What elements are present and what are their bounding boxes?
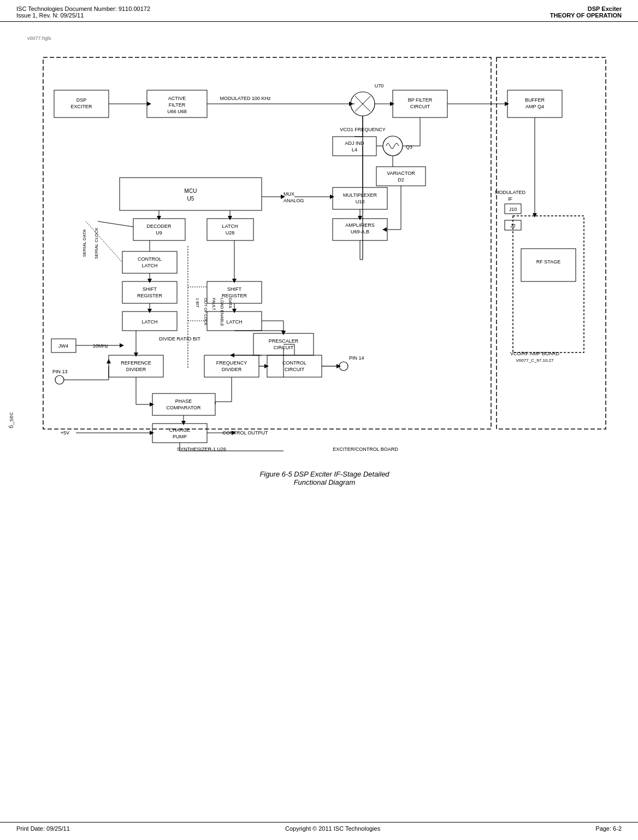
svg-text:FAULT: FAULT bbox=[211, 298, 216, 310]
svg-text:IF: IF bbox=[508, 196, 513, 202]
svg-text:PHASE: PHASE bbox=[175, 398, 192, 404]
svg-text:CIRCUIT: CIRCUIT bbox=[410, 104, 430, 109]
svg-marker-66 bbox=[382, 227, 387, 232]
svg-text:D2: D2 bbox=[398, 177, 404, 183]
svg-text:U70: U70 bbox=[375, 83, 384, 89]
svg-text:L4: L4 bbox=[352, 147, 357, 152]
svg-text:+5V: +5V bbox=[61, 430, 69, 436]
figure-caption: Figure 6-5 DSP Exciter IF-Stage Detailed… bbox=[38, 470, 611, 486]
svg-text:ADJ IND: ADJ IND bbox=[345, 140, 364, 146]
svg-text:JW4: JW4 bbox=[58, 343, 68, 349]
svg-text:SERIAL DATA: SERIAL DATA bbox=[82, 229, 87, 257]
footer-left: Print Date: 09/25/11 bbox=[16, 825, 70, 832]
svg-text:U10: U10 bbox=[356, 199, 365, 204]
svg-marker-76 bbox=[228, 216, 232, 220]
svg-text:ANALOG: ANALOG bbox=[283, 198, 304, 203]
svg-text:FILTER: FILTER bbox=[169, 102, 186, 108]
svg-marker-182 bbox=[533, 213, 537, 218]
svg-point-33 bbox=[383, 136, 403, 156]
svg-line-82 bbox=[86, 221, 122, 262]
svg-text:EXCITER/CONTROL BOARD: EXCITER/CONTROL BOARD bbox=[333, 447, 398, 452]
svg-text:U69-A,B: U69-A,B bbox=[351, 229, 369, 234]
svg-line-83 bbox=[98, 221, 133, 227]
svg-marker-12 bbox=[349, 102, 353, 106]
svg-text:DIVIDE RATIO BIT: DIVIDE RATIO BIT bbox=[159, 336, 200, 342]
svg-text:CIRCUIT: CIRCUIT bbox=[285, 367, 305, 372]
caption-line1: Figure 6-5 DSP Exciter IF-Stage Detailed bbox=[38, 470, 611, 478]
header-left: ISC Technologies Document Number: 9110.0… bbox=[16, 5, 150, 19]
svg-text:MODULATED 100 KHz: MODULATED 100 KHz bbox=[220, 96, 271, 101]
svg-text:PRESCALER: PRESCALER bbox=[269, 338, 299, 344]
svg-rect-115 bbox=[109, 355, 163, 377]
svg-text:MULTIPLEXER: MULTIPLEXER bbox=[343, 192, 377, 198]
svg-marker-108 bbox=[232, 309, 237, 313]
svg-text:MODULATED: MODULATED bbox=[495, 190, 525, 195]
svg-text:CONTROL: CONTROL bbox=[138, 256, 162, 262]
svg-rect-51 bbox=[333, 187, 387, 209]
footer-right: Page: 6-2 bbox=[595, 825, 622, 832]
svg-text:DSP: DSP bbox=[76, 97, 87, 103]
page-footer: Print Date: 09/25/11 Copyright © 2011 IS… bbox=[0, 822, 638, 835]
svg-text:LATCH: LATCH bbox=[142, 263, 158, 268]
svg-text:REGISTER: REGISTER bbox=[137, 293, 163, 298]
svg-rect-147 bbox=[152, 424, 207, 443]
svg-text:VARIACTOR: VARIACTOR bbox=[387, 171, 415, 176]
svg-marker-136 bbox=[336, 364, 341, 368]
svg-marker-10 bbox=[147, 102, 151, 106]
footer-center: Copyright © 2011 ISC Technologies bbox=[285, 825, 380, 832]
svg-point-160 bbox=[55, 375, 64, 384]
svg-marker-74 bbox=[157, 216, 161, 220]
svg-text:SHIFT: SHIFT bbox=[227, 286, 242, 292]
svg-marker-22 bbox=[390, 102, 394, 106]
svg-marker-188 bbox=[281, 331, 286, 335]
svg-text:LATCH: LATCH bbox=[142, 319, 158, 325]
svg-text:PUMP: PUMP bbox=[173, 434, 187, 439]
svg-text:LATCH: LATCH bbox=[222, 224, 238, 229]
svg-marker-106 bbox=[147, 309, 152, 313]
svg-marker-92 bbox=[147, 279, 152, 283]
svg-text:J10: J10 bbox=[509, 207, 517, 212]
svg-text:Q3: Q3 bbox=[406, 144, 412, 150]
svg-marker-60 bbox=[358, 216, 362, 220]
svg-text:BP FILTER: BP FILTER bbox=[408, 97, 433, 103]
svg-text:DIVIDER: DIVIDER bbox=[126, 367, 146, 372]
svg-text:U9: U9 bbox=[156, 230, 162, 236]
svg-text:VCO/RF AMP BOARD: VCO/RF AMP BOARD bbox=[510, 351, 559, 356]
svg-text:DECODER: DECODER bbox=[146, 224, 172, 229]
svg-text:COMPARATOR: COMPARATOR bbox=[166, 405, 201, 410]
svg-rect-70 bbox=[207, 219, 253, 240]
svg-marker-164 bbox=[107, 359, 111, 363]
page-header: ISC Technologies Document Number: 9110.0… bbox=[0, 0, 638, 22]
svg-text:MCU: MCU bbox=[185, 188, 197, 194]
svg-rect-84 bbox=[122, 281, 177, 303]
svg-text:PIN 14: PIN 14 bbox=[349, 355, 364, 361]
svg-rect-67 bbox=[133, 219, 185, 240]
svg-text:U28: U28 bbox=[226, 230, 235, 236]
doc-title-line1: DSP Exciter bbox=[550, 5, 622, 12]
svg-marker-142 bbox=[150, 402, 154, 407]
svg-rect-121 bbox=[204, 355, 259, 377]
svg-text:REGISTER: REGISTER bbox=[222, 293, 247, 298]
svg-marker-166 bbox=[134, 353, 138, 357]
svg-rect-137 bbox=[152, 393, 215, 415]
svg-text:CONTROL: CONTROL bbox=[282, 360, 306, 366]
caption-line2: Functional Diagram bbox=[38, 478, 611, 486]
svg-text:1 BIT: 1 BIT bbox=[195, 298, 200, 308]
doc-number: ISC Technologies Document Number: 9110.0… bbox=[16, 5, 150, 12]
svg-marker-55 bbox=[330, 195, 334, 199]
issue-rev: Issue 1, Rev. N: 09/25/11 bbox=[16, 12, 150, 19]
file-reference: v0077.hgls bbox=[27, 36, 622, 41]
svg-text:V0077_C_97.10.27: V0077_C_97.10.27 bbox=[516, 358, 554, 363]
svg-text:CHARGE: CHARGE bbox=[169, 427, 191, 433]
svg-rect-124 bbox=[267, 355, 322, 377]
svg-text:LOAD ENABLE: LOAD ENABLE bbox=[220, 298, 225, 326]
svg-rect-77 bbox=[122, 251, 177, 273]
svg-text:ACTIVE: ACTIVE bbox=[168, 96, 186, 101]
svg-marker-128 bbox=[230, 353, 234, 357]
svg-text:J2: J2 bbox=[510, 223, 516, 228]
svg-text:MUX: MUX bbox=[283, 191, 294, 197]
diagram-container: DSP EXCITER ACTIVE FILTER U66 U68 MODULA… bbox=[38, 52, 611, 486]
svg-text:REFERENCE: REFERENCE bbox=[121, 360, 151, 366]
functional-diagram: DSP EXCITER ACTIVE FILTER U66 U68 MODULA… bbox=[38, 52, 611, 462]
svg-text:DIVIDER: DIVIDER bbox=[222, 367, 242, 372]
